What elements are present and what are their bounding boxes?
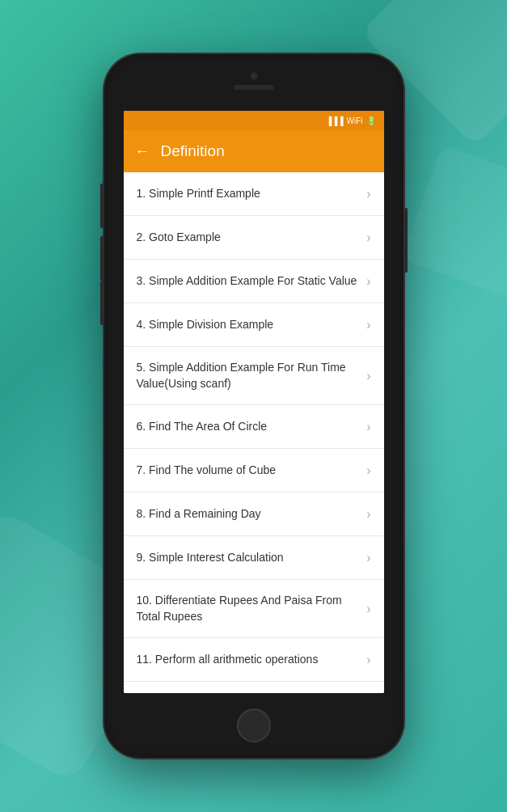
list-item[interactable]: 10. Differentiate Rupees And Paisa From … bbox=[124, 580, 384, 638]
list-item[interactable]: 11. Perform all arithmetic operations› bbox=[124, 638, 384, 682]
list-item[interactable]: 7. Find The volume of Cube› bbox=[124, 449, 384, 493]
chevron-right-icon: › bbox=[366, 507, 370, 522]
chevron-right-icon: › bbox=[366, 230, 370, 245]
list-item-label: 10. Differentiate Rupees And Paisa From … bbox=[137, 593, 367, 624]
list-item[interactable]: 9. Simple Interest Calculation› bbox=[124, 536, 384, 580]
list-item[interactable]: 1. Simple Printf Example› bbox=[124, 172, 384, 216]
phone-bottom-bar bbox=[237, 693, 271, 758]
phone-device: ▐▐▐ WiFi 🔋 ← Definition 1. Simple Printf… bbox=[104, 54, 403, 758]
bg-decoration-3 bbox=[401, 145, 507, 300]
camera-dot bbox=[250, 72, 258, 80]
list-item[interactable]: 3. Simple Addition Example For Static Va… bbox=[124, 260, 384, 303]
status-bar: ▐▐▐ WiFi 🔋 bbox=[124, 111, 384, 130]
list-item-label: 4. Simple Division Example bbox=[137, 317, 367, 333]
chevron-right-icon: › bbox=[366, 551, 370, 565]
chevron-right-icon: › bbox=[366, 602, 370, 616]
battery-icon: 🔋 bbox=[366, 116, 376, 125]
list-item[interactable]: 8. Find a Remaining Day› bbox=[124, 493, 384, 536]
list-item-label: 11. Perform all arithmetic operations bbox=[137, 652, 367, 668]
phone-screen: ▐▐▐ WiFi 🔋 ← Definition 1. Simple Printf… bbox=[124, 111, 384, 693]
list-item-label: 7. Find The volume of Cube bbox=[137, 463, 367, 479]
list-item-label: 5. Simple Addition Example For Run Time … bbox=[137, 360, 367, 391]
list-item-label: 1. Simple Printf Example bbox=[137, 186, 367, 202]
status-icons: ▐▐▐ WiFi 🔋 bbox=[326, 116, 375, 125]
speaker-grille bbox=[234, 85, 274, 90]
app-bar: ← Definition bbox=[124, 130, 384, 172]
chevron-right-icon: › bbox=[366, 653, 370, 667]
back-button[interactable]: ← bbox=[135, 143, 150, 160]
list-item[interactable]: 6. Find The Area Of Circle› bbox=[124, 405, 384, 449]
home-button[interactable] bbox=[237, 708, 271, 742]
chevron-right-icon: › bbox=[366, 463, 370, 478]
chevron-right-icon: › bbox=[366, 187, 370, 201]
list-item-label: 3. Simple Addition Example For Static Va… bbox=[137, 273, 367, 290]
list-item[interactable]: 4. Simple Division Example› bbox=[124, 303, 384, 347]
list-item-label: 2. Goto Example bbox=[137, 230, 367, 246]
list-item[interactable]: 12. Program of celsius to fahrenheit con… bbox=[124, 682, 384, 693]
list-item-label: 9. Simple Interest Calculation bbox=[137, 550, 367, 566]
list-item[interactable]: 2. Goto Example› bbox=[124, 216, 384, 260]
list-item[interactable]: 5. Simple Addition Example For Run Time … bbox=[124, 347, 384, 405]
chevron-right-icon: › bbox=[366, 420, 370, 434]
phone-top-bar bbox=[104, 54, 403, 111]
list-item-label: 6. Find The Area Of Circle bbox=[137, 419, 367, 435]
chevron-right-icon: › bbox=[366, 274, 370, 289]
list-item-label: 8. Find a Remaining Day bbox=[137, 506, 367, 522]
menu-list: 1. Simple Printf Example›2. Goto Example… bbox=[124, 172, 384, 693]
signal-icon: ▐▐▐ bbox=[326, 116, 343, 125]
wifi-icon: WiFi bbox=[347, 116, 363, 125]
chevron-right-icon: › bbox=[366, 318, 370, 332]
app-bar-title: Definition bbox=[161, 142, 225, 160]
chevron-right-icon: › bbox=[366, 369, 370, 383]
